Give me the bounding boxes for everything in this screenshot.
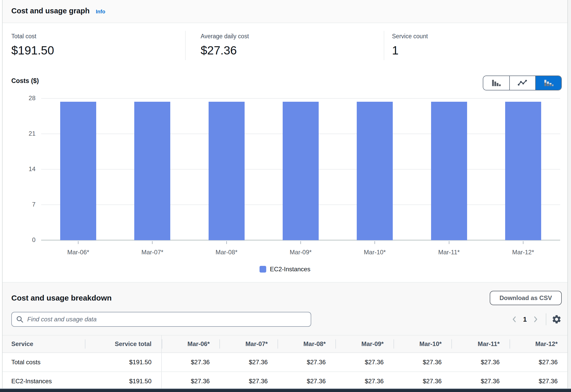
stat-total-cost: Total cost $191.50 (3, 24, 185, 68)
table-header-cell: Mar-11* (451, 335, 509, 353)
bars (41, 98, 560, 240)
bottom-dark-bar (0, 388, 571, 392)
stacked-bar-chart-icon (543, 79, 554, 87)
table-cell: $27.36 (278, 353, 335, 372)
toolbar-divider (546, 313, 546, 325)
bar-ec2-instances[interactable] (283, 102, 319, 240)
x-axis-tick (300, 241, 301, 244)
table-cell: $27.36 (278, 372, 335, 391)
x-axis-label: Mar-12* (486, 249, 560, 256)
table-header-cell: Service total (85, 335, 162, 353)
breakdown-section: Cost and usage breakdown Download as CSV (3, 282, 567, 389)
bar-ec2-instances[interactable] (505, 102, 541, 240)
bar-ec2-instances[interactable] (60, 102, 96, 240)
main-content: Cost and usage graph Info Total cost $19… (3, 0, 567, 389)
table-cell: $27.36 (510, 353, 567, 372)
bar-slot (190, 98, 264, 240)
chart-type-toggle (483, 76, 562, 90)
gear-icon (551, 314, 562, 324)
table-cell: $27.36 (219, 372, 277, 391)
y-axis-tick-label: 28 (29, 95, 35, 102)
previous-page-button[interactable] (509, 314, 520, 324)
pagination: 1 (509, 313, 562, 325)
chart-type-stacked-bar-button[interactable] (535, 76, 561, 90)
chart-section: Costs ($) (3, 69, 567, 282)
plot-area: 07142128 (41, 98, 560, 240)
search-input[interactable] (11, 312, 311, 327)
bar-slot (115, 98, 189, 240)
y-axis-tick-label: 21 (29, 130, 35, 137)
current-page-number[interactable]: 1 (523, 315, 527, 323)
breakdown-title: Cost and usage breakdown (11, 294, 112, 302)
table-header-cell: Mar-08* (278, 335, 335, 353)
stat-average-daily-cost: Average daily cost $27.36 (185, 24, 384, 68)
bar-ec2-instances[interactable] (134, 102, 170, 240)
x-axis-label: Mar-11* (412, 249, 486, 256)
table-cell: $191.50 (85, 353, 162, 372)
table-header-row: ServiceService totalMar-06*Mar-07*Mar-08… (3, 335, 567, 353)
table-cell: $27.36 (510, 372, 567, 391)
bar-slot (486, 98, 560, 240)
x-axis-label: Mar-09* (264, 249, 338, 256)
x-axis-label: Mar-10* (338, 249, 412, 256)
table-settings-button[interactable] (551, 314, 562, 324)
table-cell: Total costs (3, 353, 85, 372)
page-title: Cost and usage graph (11, 7, 90, 15)
table-cell: $27.36 (162, 353, 219, 372)
x-axis-labels: Mar-06*Mar-07*Mar-08*Mar-09*Mar-10*Mar-1… (41, 249, 560, 256)
table-cell: $191.50 (85, 372, 162, 391)
table-row: EC2-Instances$191.50$27.36$27.36$27.36$2… (3, 372, 567, 391)
y-axis-tick-label: 14 (29, 165, 35, 173)
table-body: Total costs$191.50$27.36$27.36$27.36$27.… (3, 353, 567, 391)
stat-label: Service count (392, 33, 567, 40)
x-axis-tick (449, 241, 449, 244)
x-axis-tick (78, 241, 78, 244)
bar-ec2-instances[interactable] (209, 102, 245, 240)
right-scrollbar-strip[interactable] (567, 0, 571, 389)
table-header-cell: Mar-09* (335, 335, 393, 353)
table-header-cell: Mar-12* (510, 335, 567, 353)
bar-ec2-instances[interactable] (357, 102, 393, 240)
breakdown-toolbar: 1 (3, 312, 567, 327)
table-cell: $27.36 (219, 353, 277, 372)
chart-type-bar-button[interactable] (483, 76, 509, 90)
breakdown-header: Cost and usage breakdown Download as CSV (3, 283, 567, 305)
search-box (11, 312, 311, 327)
x-axis-tick (226, 241, 227, 244)
chevron-right-icon (531, 315, 540, 323)
x-axis-label: Mar-08* (190, 249, 264, 256)
stat-label: Average daily cost (201, 33, 384, 40)
x-axis-tick (152, 241, 153, 244)
stats-row: Total cost $191.50 Average daily cost $2… (3, 24, 567, 68)
table-cell: $27.36 (335, 372, 393, 391)
info-link[interactable]: Info (96, 9, 105, 15)
left-panel-border (2, 0, 3, 389)
table-header-cell: Mar-06* (162, 335, 219, 353)
table-header-cell: Mar-10* (394, 335, 451, 353)
legend-swatch-ec2-instances[interactable] (260, 266, 266, 273)
download-csv-button[interactable]: Download as CSV (490, 291, 562, 305)
line-chart-icon (518, 79, 528, 87)
x-axis-label: Mar-06* (41, 249, 115, 256)
table-cell: $27.36 (451, 372, 509, 391)
bar-ec2-instances[interactable] (431, 102, 467, 240)
chart-title: Costs ($) (11, 77, 39, 85)
chart-type-line-button[interactable] (509, 76, 535, 90)
table-cell: $27.36 (394, 372, 451, 391)
x-axis-label: Mar-07* (115, 249, 189, 256)
x-axis-tick (523, 241, 523, 244)
table-cell: $27.36 (394, 353, 451, 372)
stat-service-count: Service count 1 (384, 24, 567, 68)
y-axis-tick-label: 7 (32, 201, 35, 208)
table-cell: $27.36 (451, 353, 509, 372)
next-page-button[interactable] (530, 314, 541, 324)
graph-card-header: Cost and usage graph Info (3, 0, 567, 23)
table-cell: $27.36 (162, 372, 219, 391)
legend-label[interactable]: EC2-Instances (270, 266, 310, 273)
chevron-left-icon (510, 315, 519, 323)
table-header-cell: Service (3, 335, 85, 353)
bar-slot (264, 98, 338, 240)
bar-slot (412, 98, 486, 240)
x-axis-tick (374, 241, 375, 244)
bar-slot (338, 98, 412, 240)
